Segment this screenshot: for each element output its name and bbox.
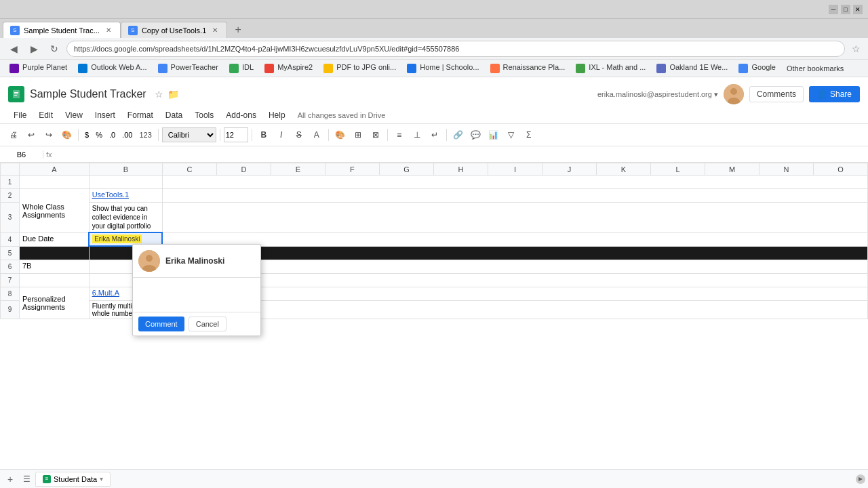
paint-format-button[interactable]: 🎨	[58, 127, 75, 143]
mult-link[interactable]: 6.Mult.A	[92, 289, 119, 297]
fill-color-button[interactable]: 🎨	[332, 127, 349, 143]
col-header-I[interactable]: I	[488, 163, 542, 176]
align-vertical-button[interactable]: ⊥	[409, 127, 425, 143]
cell-B3-desc[interactable]: Show that you can collect evidence in yo…	[89, 203, 162, 233]
cell-C8-O8[interactable]	[162, 287, 867, 300]
menu-tools[interactable]: Tools	[189, 109, 219, 121]
bookmark-star-icon[interactable]: ☆	[849, 42, 863, 56]
cell-C3-O3[interactable]	[162, 203, 867, 233]
col-header-H[interactable]: H	[433, 163, 488, 176]
strikethrough-button[interactable]: S	[291, 127, 307, 143]
sheet-tab-dropdown-icon[interactable]: ▾	[100, 475, 103, 483]
bookmark-other[interactable]: Other bookmarks	[783, 63, 848, 74]
font-selector[interactable]: Calibri	[162, 127, 216, 142]
cell-C2-O2[interactable]	[162, 189, 867, 203]
col-header-A[interactable]: A	[20, 163, 90, 176]
merge-button[interactable]: ⊠	[368, 127, 384, 143]
bookmark-ixl[interactable]: IXL - Math and ...	[572, 62, 650, 74]
reload-button[interactable]: ↻	[46, 41, 62, 57]
menu-data[interactable]: Data	[160, 109, 188, 121]
font-size-input[interactable]	[224, 127, 248, 142]
tab-close-2[interactable]: ✕	[210, 26, 220, 35]
col-header-N[interactable]: N	[759, 163, 813, 176]
col-header-D[interactable]: D	[216, 163, 271, 176]
cell-A8[interactable]: Personalized Assignments	[20, 287, 90, 319]
link-button[interactable]: 🔗	[450, 127, 467, 143]
filter-button[interactable]: ▽	[503, 127, 519, 143]
borders-button[interactable]: ⊞	[350, 127, 366, 143]
tab-sample-student-tracker[interactable]: S Sample Student Trac... ✕	[3, 22, 121, 38]
print-button[interactable]: 🖨	[5, 127, 22, 143]
formula-button[interactable]: Σ	[521, 127, 537, 143]
comment-textarea[interactable]	[133, 277, 260, 310]
url-box[interactable]: https://docs.google.com/spreadsheets/d/1…	[66, 41, 845, 57]
text-color-button[interactable]: A	[309, 127, 325, 143]
cell-A5-dark[interactable]	[20, 246, 90, 260]
col-header-C[interactable]: C	[162, 163, 216, 176]
align-left-button[interactable]: ≡	[391, 127, 408, 143]
forward-button[interactable]: ▶	[26, 41, 42, 57]
cell-B1[interactable]	[89, 176, 162, 189]
decimal-decrease-button[interactable]: .0	[106, 129, 118, 140]
bold-button[interactable]: B	[256, 127, 272, 143]
close-button[interactable]: ✕	[853, 5, 863, 14]
folder-title-icon[interactable]: 📁	[167, 89, 179, 100]
cell-C4-O4[interactable]	[162, 232, 867, 246]
back-button[interactable]: ◀	[5, 41, 22, 57]
cell-A6[interactable]: 7B	[20, 260, 90, 273]
maximize-button[interactable]: □	[841, 5, 850, 14]
currency-button[interactable]: $	[82, 129, 92, 140]
bookmark-pdf[interactable]: PDF to JPG onli...	[319, 62, 400, 74]
cell-C6-O6[interactable]	[162, 260, 867, 273]
cell-reference-input[interactable]	[3, 150, 43, 159]
col-header-L[interactable]: L	[650, 163, 705, 176]
menu-file[interactable]: File	[8, 109, 32, 121]
bookmark-outlook[interactable]: Outlook Web A...	[74, 62, 151, 74]
usetools-link[interactable]: UseTools.1	[92, 190, 129, 199]
decimal-increase-button[interactable]: .00	[119, 129, 135, 140]
undo-button[interactable]: ↩	[23, 127, 39, 143]
comments-button[interactable]: Comments	[749, 86, 804, 102]
new-tab-button[interactable]: +	[230, 22, 246, 38]
cell-A7[interactable]	[20, 273, 90, 287]
col-header-F[interactable]: F	[325, 163, 379, 176]
menu-view[interactable]: View	[60, 109, 88, 121]
cell-C9-O9[interactable]	[162, 300, 867, 319]
sheet-menu-button[interactable]: ☰	[19, 472, 34, 487]
cell-A2[interactable]: Whole Class Assignments	[20, 189, 90, 233]
menu-insert[interactable]: Insert	[90, 109, 121, 121]
col-header-O[interactable]: O	[813, 163, 867, 176]
cell-C1-O1[interactable]	[162, 176, 867, 189]
cell-A1[interactable]	[20, 176, 90, 189]
redo-button[interactable]: ↪	[41, 127, 57, 143]
col-header-B[interactable]: B	[89, 163, 162, 176]
comment-submit-button[interactable]: Comment	[138, 317, 184, 331]
bookmark-google[interactable]: Google	[734, 62, 780, 74]
bookmark-renaissance[interactable]: Renaissance Pla...	[486, 62, 570, 74]
bookmark-idl[interactable]: IDL	[225, 62, 258, 74]
menu-format[interactable]: Format	[122, 109, 159, 121]
menu-help[interactable]: Help	[263, 109, 291, 121]
col-header-K[interactable]: K	[596, 163, 650, 176]
comment-button[interactable]: 💬	[468, 127, 484, 143]
percent-button[interactable]: %	[93, 129, 105, 140]
bookmark-myaspire[interactable]: MyAspire2	[260, 62, 317, 74]
chart-button[interactable]: 📊	[486, 127, 502, 143]
bookmark-home[interactable]: Home | Schoolo...	[403, 62, 483, 74]
menu-addons[interactable]: Add-ons	[220, 109, 262, 121]
cell-A4-due[interactable]: Due Date	[20, 232, 90, 246]
bookmark-oakland[interactable]: Oakland 1E We...	[652, 62, 732, 74]
share-button[interactable]: 👤 Share	[809, 86, 860, 102]
italic-button[interactable]: I	[273, 127, 290, 143]
col-header-E[interactable]: E	[271, 163, 325, 176]
cell-C7-O7[interactable]	[162, 273, 867, 287]
tab-close-1[interactable]: ✕	[104, 26, 113, 35]
col-header-J[interactable]: J	[542, 163, 596, 176]
bookmark-purple-planet[interactable]: Purple Planet	[5, 62, 71, 74]
tab-copy-usetools[interactable]: S Copy of UseTools.1 ✕	[121, 22, 227, 38]
bookmark-powerteacher[interactable]: PowerTeacher	[154, 62, 222, 74]
menu-edit[interactable]: Edit	[33, 109, 58, 121]
wrap-button[interactable]: ↵	[427, 127, 443, 143]
col-header-G[interactable]: G	[379, 163, 433, 176]
star-title-icon[interactable]: ☆	[155, 89, 163, 100]
